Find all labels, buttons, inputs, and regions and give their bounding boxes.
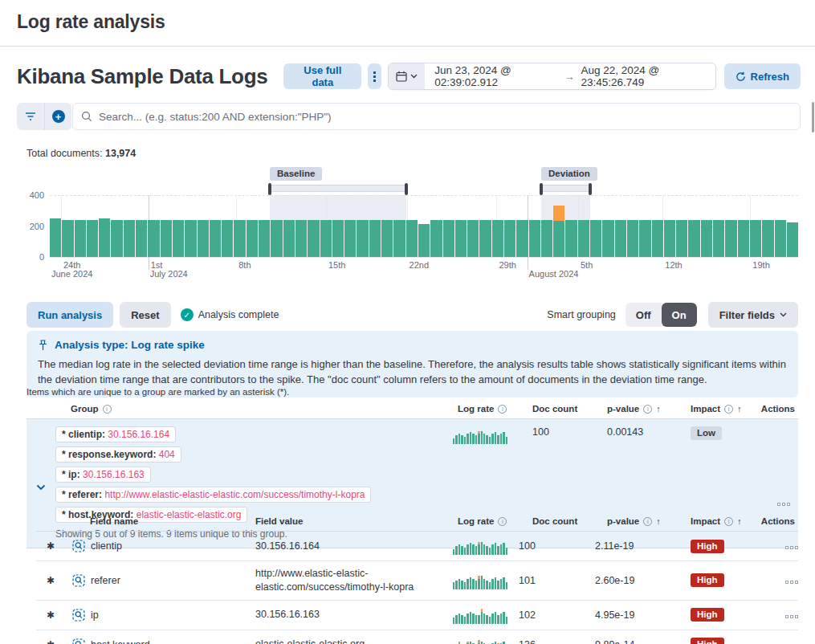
search-icon (81, 111, 92, 122)
callout-body: The median log rate in the selected devi… (38, 357, 787, 388)
col-doc-count[interactable]: Doc count (519, 400, 595, 418)
baseline-brush-handle-right[interactable] (405, 183, 408, 195)
refresh-button[interactable]: Refresh (724, 63, 801, 89)
histogram-bar (50, 218, 61, 258)
search-input[interactable] (99, 111, 792, 123)
field-search-icon (72, 609, 85, 622)
col-p-value[interactable]: p-valuei↑ (595, 400, 679, 418)
histogram-bar (627, 220, 638, 257)
col-field-name[interactable]: Field name (65, 512, 255, 531)
field-table-row[interactable]: ✱ referer http://www.elastic-elastic-ela… (36, 561, 798, 601)
histogram-bar (406, 220, 418, 257)
field-actions-menu-icon[interactable] (785, 612, 798, 618)
histogram-bar (713, 220, 724, 257)
col-p-value[interactable]: p-valuei↑ (595, 512, 679, 531)
filter-button[interactable] (17, 103, 44, 130)
date-range-picker[interactable]: Jun 23, 2024 @ 02:39:02.912 → Aug 22, 20… (388, 63, 715, 90)
histogram-bar (222, 220, 233, 257)
run-analysis-button[interactable]: Run analysis (26, 302, 113, 328)
histogram-bar (750, 220, 761, 257)
field-table-row[interactable]: ✱ ip 30.156.16.163 102 4.95e-19 High (36, 601, 798, 630)
x-month-label: August 2024 (529, 269, 579, 279)
sort-asc-icon: ↑ (656, 404, 661, 414)
histogram-bar (529, 220, 540, 257)
calendar-icon (396, 71, 407, 82)
info-icon[interactable]: i (643, 517, 652, 526)
histogram-bar (430, 220, 442, 257)
group-item-badge[interactable]: * referer: http://www.elastic-elastic-el… (55, 487, 371, 503)
add-filter-button[interactable]: + (44, 103, 71, 130)
smart-grouping-toggle: Off On (626, 303, 697, 327)
date-range-display[interactable]: Jun 23, 2024 @ 02:39:02.912 → Aug 22, 20… (425, 63, 715, 89)
col-log-rate[interactable]: Log ratei (430, 512, 519, 531)
histogram-bar (725, 220, 736, 257)
x-month-label: June 2024 (51, 269, 92, 279)
end-date[interactable]: Aug 22, 2024 @ 23:45:26.749 (581, 64, 705, 88)
col-log-rate[interactable]: Log ratei (430, 400, 519, 418)
field-value: http://www.elastic-elastic-elastic.com/s… (255, 561, 430, 600)
field-name: referer (91, 575, 120, 586)
group-item-badge[interactable]: * clientip: 30.156.16.164 (55, 426, 176, 442)
info-icon[interactable]: i (643, 405, 652, 414)
field-table-row[interactable]: ✱ clientip 30.156.16.164 100 2.11e-19 Hi… (36, 532, 798, 561)
col-impact[interactable]: Impacti↑ (679, 400, 750, 418)
histogram-bar (578, 220, 589, 257)
info-icon[interactable]: i (724, 405, 733, 414)
field-table-row[interactable]: ✱ host.keyword elastic-elastic-elastic.o… (36, 630, 798, 644)
group-actions-menu-icon[interactable] (777, 499, 790, 506)
field-actions-menu-icon[interactable] (785, 543, 798, 549)
histogram-bar (344, 220, 356, 257)
sample-size-options-button[interactable] (368, 63, 381, 89)
start-date[interactable]: Jun 23, 2024 @ 02:39:02.912 (434, 64, 557, 88)
info-icon[interactable]: i (498, 405, 507, 414)
x-tick-label: 22nd (410, 260, 429, 270)
filter-fields-button[interactable]: Filter fields (708, 302, 798, 328)
chart-plot-area[interactable]: 4002000 (50, 195, 798, 257)
deviation-brush[interactable] (541, 185, 590, 192)
search-box (72, 103, 801, 130)
field-log-rate-sparkline (453, 636, 507, 644)
total-documents-value: 13,974 (105, 148, 136, 159)
field-p-value: 4.95e-19 (595, 604, 679, 626)
toggle-on-button[interactable]: On (662, 303, 697, 327)
deviation-brush-handle-right[interactable] (589, 183, 592, 195)
x-tick-label: 8th (238, 260, 251, 270)
scrollbar-thumb[interactable] (812, 102, 814, 132)
col-actions: Actions (750, 512, 798, 531)
field-value: 30.156.16.163 (255, 602, 430, 627)
histogram-bar (676, 220, 687, 257)
info-icon[interactable]: i (103, 405, 112, 414)
info-icon[interactable]: i (724, 517, 733, 526)
col-field-value[interactable]: Field value (255, 512, 430, 531)
plus-icon: + (52, 110, 65, 123)
toggle-off-button[interactable]: Off (626, 303, 662, 327)
use-full-data-button[interactable]: Use full data (283, 63, 361, 89)
filter-button-group: + (17, 103, 71, 130)
baseline-brush-handle-left[interactable] (268, 183, 271, 195)
col-impact[interactable]: Impacti↑ (679, 512, 750, 531)
histogram-bar (615, 220, 626, 257)
deviation-brush-handle-left[interactable] (540, 183, 543, 195)
histogram-bar (688, 220, 699, 257)
unique-asterisk: ✱ (36, 634, 65, 644)
reset-button[interactable]: Reset (120, 302, 170, 328)
histogram-bar (148, 220, 159, 257)
group-item-badge[interactable]: * response.keyword: 404 (55, 446, 181, 463)
histogram-bar (652, 220, 663, 257)
field-actions-menu-icon[interactable] (785, 577, 798, 584)
col-group[interactable]: Groupi (55, 400, 430, 418)
chevron-down-icon (780, 312, 787, 317)
info-icon[interactable]: i (498, 517, 507, 526)
field-impact-badge: High (691, 608, 724, 622)
refresh-icon (736, 71, 746, 82)
baseline-brush-label: Baseline (270, 167, 322, 181)
quick-select-menu[interactable] (389, 63, 425, 89)
pin-icon (38, 340, 48, 351)
histogram-bar (87, 220, 98, 257)
group-item-badge[interactable]: * ip: 30.156.16.163 (55, 467, 151, 483)
col-doc-count[interactable]: Doc count (519, 512, 595, 531)
analysis-status: ✓ Analysis complete (181, 308, 279, 321)
histogram-bar (271, 220, 282, 257)
baseline-brush[interactable] (270, 185, 406, 192)
histogram-bar (664, 220, 675, 257)
